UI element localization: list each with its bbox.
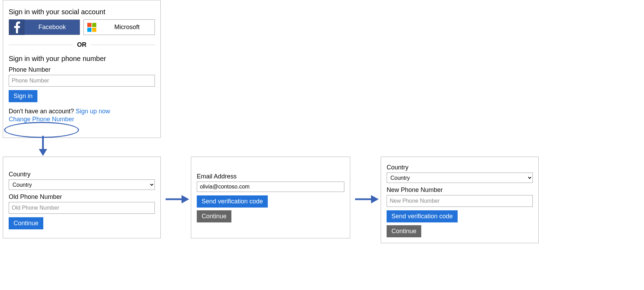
arrow-down-icon — [36, 136, 50, 157]
new-phone-panel: Country Country New Phone Number Send ve… — [381, 157, 539, 243]
signin-panel: Sign in with your social account Faceboo… — [3, 0, 161, 138]
svg-rect-2 — [87, 28, 91, 32]
new-phone-input[interactable] — [387, 195, 533, 207]
microsoft-button[interactable]: Microsoft — [83, 19, 155, 35]
facebook-button[interactable]: Facebook — [9, 19, 80, 35]
arrow-right-icon — [166, 194, 190, 204]
arrow-right-icon — [355, 194, 379, 204]
svg-rect-3 — [92, 28, 96, 32]
change-phone-link[interactable]: Change Phone Number — [9, 116, 74, 123]
old-phone-input[interactable] — [9, 202, 155, 214]
email-label: Email Address — [197, 173, 344, 180]
microsoft-icon — [84, 19, 99, 35]
svg-marker-7 — [182, 195, 189, 203]
phone-signin-heading: Sign in with your phone number — [9, 55, 155, 63]
or-divider: OR — [9, 41, 155, 49]
facebook-label: Facebook — [25, 24, 80, 31]
social-signin-heading: Sign in with your social account — [9, 8, 155, 16]
new-phone-label: New Phone Number — [387, 186, 533, 194]
svg-marker-9 — [371, 195, 379, 203]
continue-button[interactable]: Continue — [387, 225, 421, 237]
svg-marker-5 — [39, 149, 47, 156]
country-select[interactable]: Country — [9, 179, 155, 190]
old-phone-panel: Country Country Old Phone Number Continu… — [3, 157, 161, 238]
svg-rect-0 — [87, 23, 91, 27]
country-select[interactable]: Country — [387, 173, 533, 183]
microsoft-label: Microsoft — [99, 24, 155, 31]
signup-row: Don't have an account? Sign up now — [9, 108, 155, 115]
country-label: Country — [9, 171, 155, 178]
signup-link[interactable]: Sign up now — [76, 108, 110, 115]
send-code-button[interactable]: Send verification code — [387, 210, 458, 222]
no-account-text: Don't have an account? — [9, 108, 76, 115]
send-code-button[interactable]: Send verification code — [197, 195, 268, 208]
phone-number-input[interactable] — [9, 75, 155, 87]
email-panel: Email Address Send verification code Con… — [191, 157, 350, 238]
email-input[interactable] — [197, 182, 344, 192]
svg-rect-1 — [92, 23, 96, 27]
continue-button[interactable]: Continue — [9, 217, 43, 229]
phone-number-label: Phone Number — [9, 66, 155, 73]
signin-button[interactable]: Sign in — [9, 90, 37, 102]
social-buttons-row: Facebook Microsoft — [9, 19, 155, 35]
facebook-icon — [9, 19, 25, 35]
old-phone-label: Old Phone Number — [9, 193, 155, 201]
or-label: OR — [73, 41, 91, 49]
continue-button[interactable]: Continue — [197, 210, 231, 222]
country-label: Country — [387, 164, 533, 171]
